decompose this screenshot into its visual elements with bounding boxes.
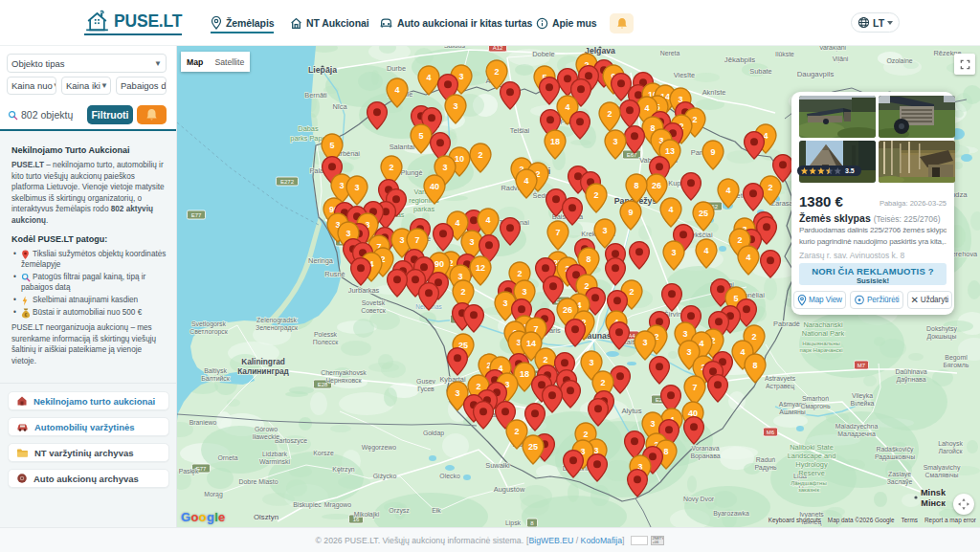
svg-text:5: 5 [733,294,738,303]
svg-text:Orzysz: Orzysz [389,507,410,515]
svg-text:Chernyakhovsk: Chernyakhovsk [321,369,367,377]
svg-text:Lidzbark: Lidzbark [262,451,288,457]
svg-text:Augustów: Augustów [494,485,525,494]
svg-text:90: 90 [434,259,444,269]
svg-text:3: 3 [354,183,359,192]
svg-text:Radaškovičy: Radaškovičy [876,446,914,453]
svg-text:26: 26 [652,181,661,190]
svg-text:2: 2 [476,382,480,391]
svg-text:3: 3 [453,101,457,111]
svg-text:8: 8 [586,254,590,264]
svg-text:Зеленоградск: Зеленоградск [256,324,299,332]
svg-text:Докшыцы: Докшыцы [927,333,957,341]
svg-text:National Park: National Park [802,329,845,338]
svg-text:Iławeckie: Iławeckie [253,433,280,440]
svg-text:8: 8 [752,361,757,370]
svg-text:Vileyka: Vileyka [852,392,873,400]
svg-text:Svetlogorsk: Svetlogorsk [191,320,227,328]
svg-text:Viļāni: Viļāni [833,55,849,63]
svg-text:4: 4 [644,103,649,113]
svg-text:M7: M7 [858,363,866,368]
svg-text:Raduń: Raduń [756,456,775,463]
svg-text:Górowo: Górowo [255,426,278,432]
svg-text:Salantai: Salantai [390,143,415,151]
svg-text:Węgorzewo: Węgorzewo [362,444,397,452]
svg-text:Naliboki State: Naliboki State [790,443,834,452]
svg-text:M6: M6 [767,430,775,435]
svg-text:13: 13 [665,146,675,156]
svg-text:7: 7 [692,383,697,392]
svg-text:Bernāti: Bernāti [304,91,327,99]
svg-text:8: 8 [634,181,638,190]
svg-text:Plungė: Plungė [400,168,422,177]
svg-text:Baltiysk: Baltiysk [204,367,227,375]
svg-text:Светлогорск: Светлогорск [189,328,229,336]
svg-text:4: 4 [703,246,708,255]
svg-text:Maladzyechna: Maladzyechna [835,423,879,431]
svg-text:Morąg: Morąg [204,491,223,498]
svg-text:Dobre Miasto: Dobre Miasto [239,478,278,485]
svg-text:Ландшафтны: Ландшафтны [791,480,826,486]
svg-text:7: 7 [414,235,419,245]
svg-text:E77: E77 [191,212,202,218]
svg-text:Советск: Советск [361,307,387,314]
svg-text:12: 12 [476,263,485,273]
svg-text:Jurbarkas: Jurbarkas [348,286,380,295]
svg-text:5: 5 [329,141,334,150]
svg-text:заказнік: заказнік [798,487,820,493]
svg-text:Saldus: Saldus [444,46,466,50]
svg-text:Landscape and: Landscape and [788,452,836,460]
svg-text:Mrągowo: Mrągowo [324,501,352,509]
svg-text:Telšiai: Telšiai [510,126,530,135]
svg-text:9: 9 [628,208,633,217]
svg-text:Narachanski: Narachanski [803,320,842,329]
svg-text:Lipsk: Lipsk [505,519,522,527]
svg-text:Novy Dvor: Novy Dvor [683,496,715,503]
svg-text:Mikołajki: Mikołajki [354,511,380,519]
svg-text:3: 3 [612,137,617,146]
svg-text:25: 25 [699,209,708,218]
svg-text:Zelenogradsk: Zelenogradsk [256,317,297,324]
svg-text:14: 14 [526,339,536,348]
svg-text:Daugavpils: Daugavpils [797,70,835,78]
svg-text:Смалявічы: Смалявічы [924,472,958,478]
svg-text:4: 4 [699,339,703,348]
svg-text:2: 2 [583,430,588,439]
svg-text:4: 4 [565,102,569,112]
svg-text:Viesīte: Viesīte [674,71,695,79]
svg-text:Балтийск: Балтийск [201,375,231,382]
svg-text:Черняховск: Черняховск [325,377,362,385]
svg-text:Byarozawka: Byarozawka [713,510,749,518]
svg-text:3: 3 [442,163,447,172]
svg-text:2: 2 [607,109,612,119]
svg-text:Durbe: Durbe [387,64,406,73]
svg-text:2: 2 [737,235,742,245]
svg-text:Ełk: Ełk [432,507,441,514]
svg-text:Begoml: Begoml [945,354,968,362]
svg-text:Gołdap: Gołdap [423,430,444,437]
svg-text:Hydrology: Hydrology [795,460,828,469]
svg-text:Sovetsk: Sovetsk [362,299,386,306]
svg-text:Nīca: Nīca [332,102,347,111]
svg-text:Dokshytsy: Dokshytsy [926,325,957,333]
svg-text:Маладзечна: Маладзечна [837,431,876,438]
svg-text:2: 2 [460,287,465,297]
svg-text:Minsk: Minsk [921,488,947,497]
svg-text:Dabas: Dabas [298,124,319,133]
svg-text:2: 2 [517,269,522,278]
svg-text:Полесск: Полесск [313,339,339,345]
svg-text:2: 2 [692,115,697,124]
svg-text:Вілейка: Вілейка [851,400,875,407]
svg-text:2: 2 [514,427,519,436]
svg-text:Reserve: Reserve [798,469,825,477]
svg-text:Orneta: Orneta [217,454,237,461]
svg-text:3: 3 [642,338,647,347]
svg-text:2: 2 [494,67,499,77]
svg-text:E67: E67 [627,152,637,158]
svg-text:Neringa: Neringa [308,256,334,265]
svg-text:4: 4 [725,186,730,195]
svg-text:3: 3 [602,226,607,235]
svg-text:Liepāja: Liepāja [308,65,337,75]
svg-text:Даўгінава: Даўгінава [896,376,925,384]
svg-text:3: 3 [455,388,459,398]
